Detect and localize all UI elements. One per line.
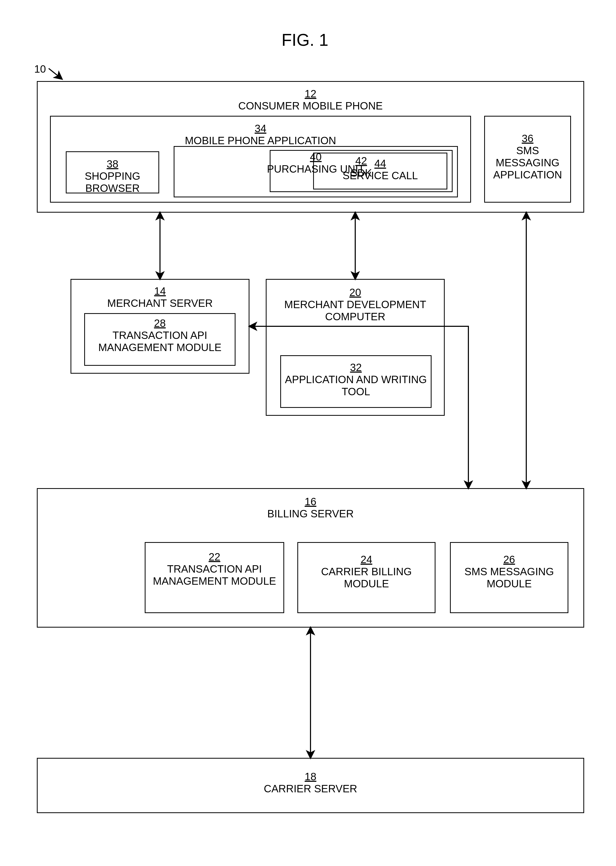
box-label: MOBILE PHONE APPLICATION — [185, 135, 336, 146]
box-num: 26 — [451, 553, 567, 566]
box-label: BILLING SERVER — [267, 508, 354, 519]
box-sms-messaging-module: 26 SMS MESSAGING MODULE — [450, 542, 568, 613]
box-label: CARRIER BILLING MODULE — [321, 566, 412, 589]
box-label: SERVICE CALL — [343, 170, 418, 181]
box-num: 22 — [146, 551, 283, 563]
box-num: 24 — [298, 553, 435, 566]
box-num: 28 — [85, 317, 235, 329]
box-carrier-billing-module: 24 CARRIER BILLING MODULE — [297, 542, 435, 613]
box-sms-messaging-application: 36 SMS MESSAGING APPLICATION — [484, 116, 571, 203]
box-label: TRANSACTION API MANAGEMENT MODULE — [153, 563, 276, 587]
box-num: 14 — [71, 285, 249, 297]
box-num: 20 — [267, 286, 444, 299]
box-application-writing-tool: 32 APPLICATION AND WRITING TOOL — [280, 355, 432, 408]
box-label: SHOPPING BROWSER — [85, 170, 140, 194]
box-num: 18 — [38, 770, 583, 783]
box-label: MERCHANT DEVELOPMENT COMPUTER — [284, 299, 426, 322]
svg-line-0 — [49, 68, 62, 79]
box-label: SMS MESSAGING MODULE — [464, 566, 554, 589]
box-shopping-browser: 38 SHOPPING BROWSER — [66, 151, 159, 193]
box-label: APPLICATION AND WRITING TOOL — [285, 374, 427, 398]
box-num: 34 — [51, 123, 470, 134]
box-num: 12 — [38, 88, 583, 100]
box-carrier-server: 18 CARRIER SERVER — [37, 758, 584, 813]
diagram-page: FIG. 1 10 12 CONSUMER MOBILE PHONE 34 MO… — [0, 0, 616, 866]
box-num: 32 — [281, 361, 431, 373]
box-num: 44 — [314, 157, 446, 170]
box-service-call: 44 SERVICE CALL — [313, 152, 447, 189]
box-label: CARRIER SERVER — [264, 783, 357, 794]
box-label: MERCHANT SERVER — [107, 297, 213, 309]
figure-ref-10: 10 — [34, 63, 46, 75]
box-num: 38 — [67, 158, 159, 170]
box-num: 36 — [485, 132, 570, 145]
box-num: 16 — [38, 495, 583, 508]
box-transaction-api-22: 22 TRANSACTION API MANAGEMENT MODULE — [145, 542, 284, 613]
box-label: SMS MESSAGING APPLICATION — [493, 145, 562, 181]
box-label: CONSUMER MOBILE PHONE — [239, 100, 383, 112]
box-label: TRANSACTION API MANAGEMENT MODULE — [98, 330, 221, 353]
figure-title: FIG. 1 — [281, 30, 328, 50]
box-transaction-api-28: 28 TRANSACTION API MANAGEMENT MODULE — [84, 313, 236, 366]
